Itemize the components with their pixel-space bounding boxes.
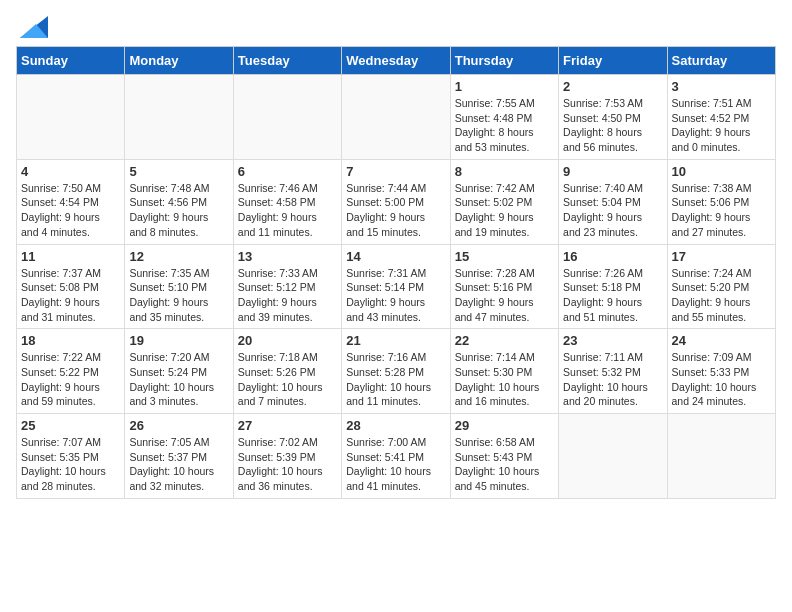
week-row-1: 1Sunrise: 7:55 AM Sunset: 4:48 PM Daylig… <box>17 75 776 160</box>
logo <box>16 16 48 38</box>
day-number: 3 <box>672 79 771 94</box>
calendar-cell <box>667 414 775 499</box>
calendar-cell: 22Sunrise: 7:14 AM Sunset: 5:30 PM Dayli… <box>450 329 558 414</box>
day-number: 9 <box>563 164 662 179</box>
calendar-cell <box>125 75 233 160</box>
calendar-cell <box>559 414 667 499</box>
day-info: Sunrise: 7:38 AM Sunset: 5:06 PM Dayligh… <box>672 181 771 240</box>
calendar-cell: 2Sunrise: 7:53 AM Sunset: 4:50 PM Daylig… <box>559 75 667 160</box>
day-info: Sunrise: 7:46 AM Sunset: 4:58 PM Dayligh… <box>238 181 337 240</box>
calendar-cell: 1Sunrise: 7:55 AM Sunset: 4:48 PM Daylig… <box>450 75 558 160</box>
calendar-cell: 28Sunrise: 7:00 AM Sunset: 5:41 PM Dayli… <box>342 414 450 499</box>
day-info: Sunrise: 7:31 AM Sunset: 5:14 PM Dayligh… <box>346 266 445 325</box>
day-number: 25 <box>21 418 120 433</box>
day-info: Sunrise: 7:20 AM Sunset: 5:24 PM Dayligh… <box>129 350 228 409</box>
day-number: 23 <box>563 333 662 348</box>
day-info: Sunrise: 7:05 AM Sunset: 5:37 PM Dayligh… <box>129 435 228 494</box>
day-info: Sunrise: 7:24 AM Sunset: 5:20 PM Dayligh… <box>672 266 771 325</box>
calendar-cell: 21Sunrise: 7:16 AM Sunset: 5:28 PM Dayli… <box>342 329 450 414</box>
day-info: Sunrise: 7:02 AM Sunset: 5:39 PM Dayligh… <box>238 435 337 494</box>
day-number: 26 <box>129 418 228 433</box>
calendar-cell: 14Sunrise: 7:31 AM Sunset: 5:14 PM Dayli… <box>342 244 450 329</box>
day-info: Sunrise: 7:26 AM Sunset: 5:18 PM Dayligh… <box>563 266 662 325</box>
day-number: 21 <box>346 333 445 348</box>
calendar-cell: 20Sunrise: 7:18 AM Sunset: 5:26 PM Dayli… <box>233 329 341 414</box>
calendar-table: SundayMondayTuesdayWednesdayThursdayFrid… <box>16 46 776 499</box>
week-row-5: 25Sunrise: 7:07 AM Sunset: 5:35 PM Dayli… <box>17 414 776 499</box>
day-info: Sunrise: 7:00 AM Sunset: 5:41 PM Dayligh… <box>346 435 445 494</box>
day-info: Sunrise: 7:55 AM Sunset: 4:48 PM Dayligh… <box>455 96 554 155</box>
day-info: Sunrise: 7:42 AM Sunset: 5:02 PM Dayligh… <box>455 181 554 240</box>
calendar-cell <box>17 75 125 160</box>
day-number: 28 <box>346 418 445 433</box>
day-number: 11 <box>21 249 120 264</box>
calendar-cell: 8Sunrise: 7:42 AM Sunset: 5:02 PM Daylig… <box>450 159 558 244</box>
calendar-cell: 10Sunrise: 7:38 AM Sunset: 5:06 PM Dayli… <box>667 159 775 244</box>
calendar-cell: 6Sunrise: 7:46 AM Sunset: 4:58 PM Daylig… <box>233 159 341 244</box>
calendar-cell: 9Sunrise: 7:40 AM Sunset: 5:04 PM Daylig… <box>559 159 667 244</box>
day-info: Sunrise: 7:28 AM Sunset: 5:16 PM Dayligh… <box>455 266 554 325</box>
day-number: 16 <box>563 249 662 264</box>
calendar-header-row: SundayMondayTuesdayWednesdayThursdayFrid… <box>17 47 776 75</box>
day-number: 8 <box>455 164 554 179</box>
day-number: 22 <box>455 333 554 348</box>
day-number: 29 <box>455 418 554 433</box>
day-info: Sunrise: 7:35 AM Sunset: 5:10 PM Dayligh… <box>129 266 228 325</box>
calendar-cell: 25Sunrise: 7:07 AM Sunset: 5:35 PM Dayli… <box>17 414 125 499</box>
week-row-2: 4Sunrise: 7:50 AM Sunset: 4:54 PM Daylig… <box>17 159 776 244</box>
day-number: 2 <box>563 79 662 94</box>
calendar-cell: 23Sunrise: 7:11 AM Sunset: 5:32 PM Dayli… <box>559 329 667 414</box>
day-number: 6 <box>238 164 337 179</box>
calendar-cell: 3Sunrise: 7:51 AM Sunset: 4:52 PM Daylig… <box>667 75 775 160</box>
day-number: 4 <box>21 164 120 179</box>
day-info: Sunrise: 7:53 AM Sunset: 4:50 PM Dayligh… <box>563 96 662 155</box>
day-info: Sunrise: 7:51 AM Sunset: 4:52 PM Dayligh… <box>672 96 771 155</box>
day-number: 5 <box>129 164 228 179</box>
day-info: Sunrise: 7:33 AM Sunset: 5:12 PM Dayligh… <box>238 266 337 325</box>
day-info: Sunrise: 7:50 AM Sunset: 4:54 PM Dayligh… <box>21 181 120 240</box>
day-number: 10 <box>672 164 771 179</box>
calendar-cell <box>233 75 341 160</box>
calendar-cell: 13Sunrise: 7:33 AM Sunset: 5:12 PM Dayli… <box>233 244 341 329</box>
header-monday: Monday <box>125 47 233 75</box>
day-info: Sunrise: 7:22 AM Sunset: 5:22 PM Dayligh… <box>21 350 120 409</box>
header-wednesday: Wednesday <box>342 47 450 75</box>
day-info: Sunrise: 7:48 AM Sunset: 4:56 PM Dayligh… <box>129 181 228 240</box>
header-friday: Friday <box>559 47 667 75</box>
day-info: Sunrise: 7:18 AM Sunset: 5:26 PM Dayligh… <box>238 350 337 409</box>
day-number: 15 <box>455 249 554 264</box>
day-info: Sunrise: 7:14 AM Sunset: 5:30 PM Dayligh… <box>455 350 554 409</box>
calendar-cell: 11Sunrise: 7:37 AM Sunset: 5:08 PM Dayli… <box>17 244 125 329</box>
day-number: 19 <box>129 333 228 348</box>
header-sunday: Sunday <box>17 47 125 75</box>
calendar-cell: 24Sunrise: 7:09 AM Sunset: 5:33 PM Dayli… <box>667 329 775 414</box>
day-number: 12 <box>129 249 228 264</box>
calendar-cell: 17Sunrise: 7:24 AM Sunset: 5:20 PM Dayli… <box>667 244 775 329</box>
calendar-cell <box>342 75 450 160</box>
day-info: Sunrise: 7:37 AM Sunset: 5:08 PM Dayligh… <box>21 266 120 325</box>
day-number: 13 <box>238 249 337 264</box>
calendar-cell: 27Sunrise: 7:02 AM Sunset: 5:39 PM Dayli… <box>233 414 341 499</box>
day-info: Sunrise: 6:58 AM Sunset: 5:43 PM Dayligh… <box>455 435 554 494</box>
logo-icon <box>20 16 48 38</box>
week-row-4: 18Sunrise: 7:22 AM Sunset: 5:22 PM Dayli… <box>17 329 776 414</box>
header-thursday: Thursday <box>450 47 558 75</box>
calendar-cell: 4Sunrise: 7:50 AM Sunset: 4:54 PM Daylig… <box>17 159 125 244</box>
day-number: 24 <box>672 333 771 348</box>
day-number: 1 <box>455 79 554 94</box>
day-info: Sunrise: 7:44 AM Sunset: 5:00 PM Dayligh… <box>346 181 445 240</box>
day-number: 20 <box>238 333 337 348</box>
header-saturday: Saturday <box>667 47 775 75</box>
calendar-cell: 7Sunrise: 7:44 AM Sunset: 5:00 PM Daylig… <box>342 159 450 244</box>
page-header <box>16 16 776 38</box>
day-info: Sunrise: 7:09 AM Sunset: 5:33 PM Dayligh… <box>672 350 771 409</box>
week-row-3: 11Sunrise: 7:37 AM Sunset: 5:08 PM Dayli… <box>17 244 776 329</box>
day-number: 7 <box>346 164 445 179</box>
day-info: Sunrise: 7:40 AM Sunset: 5:04 PM Dayligh… <box>563 181 662 240</box>
day-number: 17 <box>672 249 771 264</box>
calendar-cell: 5Sunrise: 7:48 AM Sunset: 4:56 PM Daylig… <box>125 159 233 244</box>
calendar-cell: 18Sunrise: 7:22 AM Sunset: 5:22 PM Dayli… <box>17 329 125 414</box>
calendar-cell: 29Sunrise: 6:58 AM Sunset: 5:43 PM Dayli… <box>450 414 558 499</box>
calendar-cell: 16Sunrise: 7:26 AM Sunset: 5:18 PM Dayli… <box>559 244 667 329</box>
day-number: 27 <box>238 418 337 433</box>
